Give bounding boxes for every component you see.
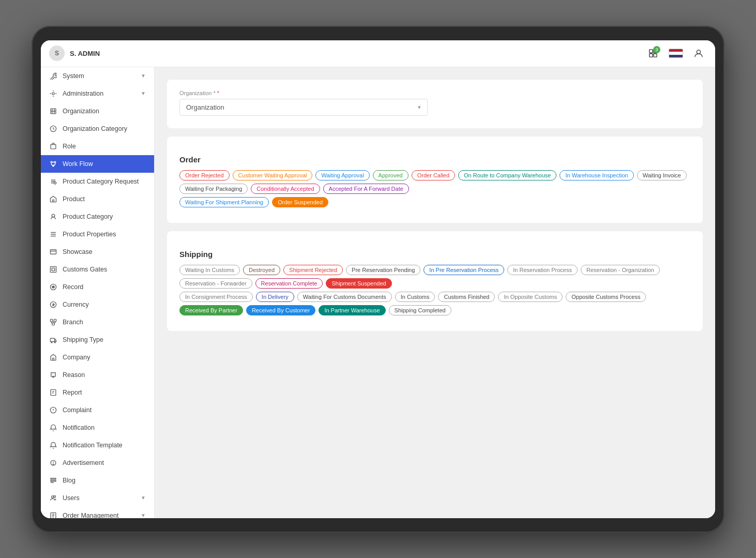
sidebar-item-reason[interactable]: Reason: [41, 366, 154, 384]
sidebar-item-shipping-type[interactable]: Shipping Type: [41, 331, 154, 349]
sidebar-item-notification[interactable]: Notification: [41, 419, 154, 436]
shipping-section-header: Shipping: [179, 250, 690, 259]
tag-conditionally-accepted[interactable]: Conditionally Accepted: [251, 184, 320, 194]
tag-shipment-suspended[interactable]: Shipment Suspended: [326, 278, 391, 289]
sidebar-item-company[interactable]: Company: [41, 349, 154, 366]
svg-rect-16: [52, 268, 55, 271]
user-profile-icon[interactable]: [690, 45, 707, 62]
organization-select[interactable]: Organization ▾: [179, 99, 428, 116]
sidebar-workflow-label: Work Flow: [63, 160, 93, 168]
sidebar-record-label: Record: [63, 283, 83, 291]
tag-order-suspended[interactable]: Order Suspended: [272, 197, 328, 207]
language-flag[interactable]: [669, 49, 683, 58]
svg-point-13: [52, 214, 55, 217]
tag-in-delivery[interactable]: In Delivery: [256, 292, 294, 302]
sidebar-item-record[interactable]: Record: [41, 278, 154, 296]
sidebar-item-customs-gates[interactable]: Customs Gates: [41, 261, 154, 278]
svg-rect-2: [649, 54, 653, 57]
sidebar-item-branch[interactable]: Branch: [41, 313, 154, 331]
tag-received-by-customer[interactable]: Received By Customer: [246, 305, 316, 315]
tag-opposite-customs-process[interactable]: Opposite Customs Process: [566, 292, 646, 302]
sidebar-role-label: Role: [63, 143, 76, 150]
user-avatar: S: [49, 46, 65, 61]
svg-point-30: [53, 464, 53, 464]
tag-customer-waiting-approval[interactable]: Customer Waiting Approval: [233, 170, 313, 180]
sidebar-item-currency[interactable]: Currency: [41, 296, 154, 313]
tag-waiting-invoice[interactable]: Waiting Invoice: [637, 170, 687, 180]
sidebar-report-label: Report: [63, 389, 82, 396]
tag-destroyed[interactable]: Destroyed: [243, 265, 280, 275]
tag-waiting-shipment-planning[interactable]: Waiting For Shipment Planning: [179, 197, 269, 207]
tag-order-called[interactable]: Order Called: [412, 170, 455, 180]
notification-badge: 3: [653, 46, 660, 53]
tag-shipping-completed[interactable]: Shipping Completed: [389, 305, 451, 315]
org-category-icon: [49, 125, 57, 133]
tag-in-opposite-customs[interactable]: In Opposite Customs: [498, 292, 563, 302]
tag-waiting-customs-documents[interactable]: Waiting For Customs Documents: [297, 292, 392, 302]
sidebar-item-order-mgmt[interactable]: Order Management ▼: [41, 507, 154, 518]
svg-rect-8: [51, 144, 56, 148]
tag-received-by-partner[interactable]: Received By Partner: [179, 305, 243, 315]
sidebar-notif-template-label: Notification Template: [63, 442, 123, 449]
tag-in-consignment-process[interactable]: In Consignment Process: [179, 292, 253, 302]
tag-in-customs[interactable]: In Customs: [395, 292, 435, 302]
sidebar-item-blog[interactable]: Blog: [41, 472, 154, 489]
tag-in-partner-warehouse[interactable]: In Partner Warehouse: [319, 305, 385, 315]
sidebar-item-product-cat-req[interactable]: Product Category Request: [41, 173, 154, 190]
sidebar-item-product[interactable]: Product: [41, 190, 154, 208]
svg-point-31: [52, 495, 54, 497]
order-tags-row-2: Waiting For Shipment Planning Order Susp…: [179, 197, 690, 207]
sidebar-item-showcase[interactable]: Showcase: [41, 243, 154, 261]
tag-order-rejected[interactable]: Order Rejected: [179, 170, 230, 180]
administration-arrow: ▼: [141, 91, 146, 96]
sidebar-item-administration[interactable]: Administration ▼: [41, 85, 154, 102]
product-props-icon: [49, 230, 57, 238]
sidebar-item-report[interactable]: Report: [41, 384, 154, 401]
tag-accepted-forward-date[interactable]: Accepted For A Forward Date: [323, 184, 409, 194]
svg-point-4: [697, 50, 700, 54]
top-bar-left: S S. ADMIN: [49, 46, 100, 61]
sidebar-item-product-props[interactable]: Product Properties: [41, 225, 154, 243]
shipping-tags-row-1: Waiting In Customs Destroyed Shipment Re…: [179, 265, 690, 289]
wrench-icon: [49, 72, 57, 80]
sidebar-product-category-label: Product Category: [63, 213, 113, 220]
users-arrow: ▼: [141, 495, 146, 501]
sidebar-blog-label: Blog: [63, 477, 75, 484]
tag-shipment-rejected[interactable]: Shipment Rejected: [283, 265, 343, 275]
tag-customs-finished[interactable]: Customs Finished: [438, 292, 495, 302]
sidebar-users-label: Users: [63, 494, 80, 502]
select-arrow-icon: ▾: [418, 104, 421, 111]
grid-icon-button[interactable]: 3: [645, 45, 661, 62]
sidebar-item-role[interactable]: Role: [41, 138, 154, 155]
users-icon: [49, 494, 57, 502]
tag-waiting-for-packaging[interactable]: Waiting For Packaging: [179, 184, 248, 194]
tag-waiting-in-customs[interactable]: Waiting In Customs: [179, 265, 240, 275]
sidebar-showcase-label: Showcase: [63, 248, 93, 255]
sidebar-item-notif-template[interactable]: Notification Template: [41, 436, 154, 454]
sidebar-item-system[interactable]: System ▼: [41, 67, 154, 85]
sidebar-item-org-category[interactable]: Organization Category: [41, 120, 154, 138]
sidebar-item-organization[interactable]: Organization: [41, 102, 154, 120]
sidebar-item-users[interactable]: Users ▼: [41, 489, 154, 507]
tag-pre-reservation-pending[interactable]: Pre Reservation Pending: [346, 265, 420, 275]
sidebar-item-product-category[interactable]: Product Category: [41, 208, 154, 225]
advertisement-icon: [49, 459, 57, 467]
tag-approved[interactable]: Approved: [373, 170, 409, 180]
tag-on-route-company-warehouse[interactable]: On Route to Company Warehouse: [458, 170, 556, 180]
tag-reservation-forwarder[interactable]: Reservation - Forwarder: [179, 278, 252, 289]
showcase-icon: [49, 248, 57, 256]
sidebar-item-complaint[interactable]: Complaint: [41, 401, 154, 419]
sidebar-advertisement-label: Advertisement: [63, 459, 104, 466]
product-cat-req-icon: [49, 177, 57, 186]
tag-in-pre-reservation-process[interactable]: In Pre Reservation Process: [424, 265, 504, 275]
sidebar-notification-label: Notification: [63, 424, 95, 431]
tag-waiting-approval[interactable]: Waiting Approval: [315, 170, 369, 180]
tag-reservation-organization[interactable]: Reservation - Organization: [581, 265, 660, 275]
tag-reservation-complete[interactable]: Reservation Complete: [255, 278, 323, 289]
organization-form-section: Organization * Organization ▾: [167, 80, 703, 128]
sidebar-item-workflow[interactable]: Work Flow: [41, 155, 154, 173]
tag-in-reservation-process[interactable]: In Reservation Process: [507, 265, 578, 275]
sidebar: System ▼ Administration: [41, 67, 155, 518]
sidebar-item-advertisement[interactable]: Advertisement: [41, 454, 154, 472]
tag-in-warehouse-inspection[interactable]: In Warehouse Inspection: [560, 170, 633, 180]
